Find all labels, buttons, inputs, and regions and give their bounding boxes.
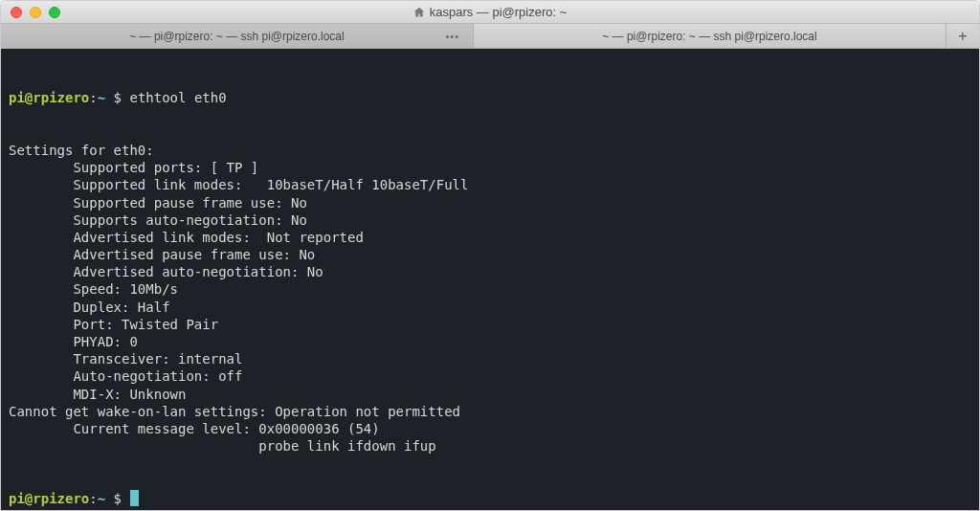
output-line: Duplex: Half	[9, 299, 971, 316]
prompt-dollar: $	[105, 491, 129, 506]
prompt-user: pi@rpizero	[9, 491, 89, 506]
home-icon	[413, 7, 425, 18]
output-line: Supported ports: [ TP ]	[9, 159, 971, 176]
output-line: Transceiver: internal	[9, 350, 971, 367]
output-line: Current message level: 0x00000036 (54)	[9, 420, 971, 437]
output-line: Advertised pause frame use: No	[9, 246, 971, 263]
command-line: pi@rpizero:~ $ ethtool eth0	[9, 89, 971, 106]
minimize-button[interactable]	[30, 7, 41, 18]
output-line: probe link ifdown ifup	[9, 437, 971, 455]
output-line: Supported pause frame use: No	[9, 194, 971, 211]
tab-label: ~ — pi@rpizero: ~ — ssh pi@rpizero.local	[602, 30, 816, 43]
output-line: Advertised link modes: Not reported	[9, 229, 971, 246]
tab-1[interactable]: ~ — pi@rpizero: ~ — ssh pi@rpizero.local…	[1, 24, 474, 48]
close-button[interactable]	[11, 7, 22, 18]
output-line: Supports auto-negotiation: No	[9, 211, 971, 229]
output-line: Port: Twisted Pair	[9, 316, 971, 333]
new-tab-button[interactable]: +	[947, 24, 979, 48]
tab-label: ~ — pi@rpizero: ~ — ssh pi@rpizero.local	[129, 30, 344, 43]
output-line: Speed: 10Mb/s	[9, 280, 971, 298]
traffic-lights	[11, 7, 60, 18]
cursor	[130, 490, 139, 506]
output-line: Auto-negotiation: off	[9, 367, 971, 385]
terminal-output: Settings for eth0: Supported ports: [ TP…	[9, 142, 971, 455]
tab-ellipsis-icon: •••	[445, 31, 459, 42]
zoom-button[interactable]	[49, 7, 60, 18]
prompt-sep: :	[89, 491, 97, 506]
tab-2[interactable]: ~ — pi@rpizero: ~ — ssh pi@rpizero.local	[474, 24, 947, 48]
command-text: ethtool eth0	[129, 90, 226, 105]
output-line: Cannot get wake-on-lan settings: Operati…	[9, 403, 971, 420]
output-line: PHYAD: 0	[9, 333, 971, 350]
output-line: Advertised auto-negotiation: No	[9, 263, 971, 280]
prompt-user: pi@rpizero	[9, 90, 89, 105]
output-line: Supported link modes: 10baseT/Half 10bas…	[9, 176, 971, 193]
prompt-path: ~	[98, 90, 105, 105]
prompt-sep: :	[89, 90, 97, 105]
window-title: kaspars — pi@rpizero: ~	[9, 5, 971, 19]
terminal-content[interactable]: pi@rpizero:~ $ ethtool eth0 Settings for…	[1, 49, 979, 510]
prompt-dollar: $	[105, 90, 129, 105]
output-line: MDI-X: Unknown	[9, 386, 971, 403]
window-title-text: kaspars — pi@rpizero: ~	[430, 5, 568, 19]
titlebar[interactable]: kaspars — pi@rpizero: ~	[1, 1, 979, 24]
output-line: Settings for eth0:	[9, 142, 971, 159]
tabbar: ~ — pi@rpizero: ~ — ssh pi@rpizero.local…	[1, 24, 979, 49]
terminal-window: kaspars — pi@rpizero: ~ ~ — pi@rpizero: …	[0, 0, 980, 511]
ready-prompt: pi@rpizero:~ $	[9, 490, 971, 507]
prompt-path: ~	[98, 491, 105, 506]
